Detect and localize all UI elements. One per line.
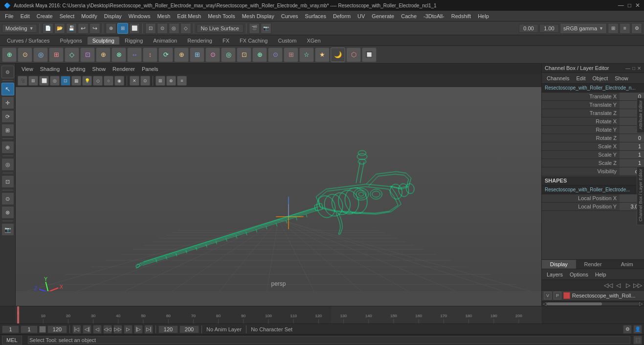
shelf-icon-14[interactable]: ⊙: [205, 47, 220, 62]
menu-cache[interactable]: Cache: [398, 12, 420, 20]
menu-mesh-tools[interactable]: Mesh Tools: [205, 12, 238, 20]
shelf-icon-16[interactable]: ⊡: [237, 47, 251, 62]
shelf-icon-2[interactable]: ⊙: [18, 47, 32, 62]
layer-menu-help[interactable]: Help: [592, 271, 609, 278]
vp-shaded-button[interactable]: ⊡: [61, 76, 70, 86]
layer-icon-1[interactable]: ◁◁: [604, 281, 613, 290]
timeline-slider[interactable]: [39, 326, 46, 333]
layer-scroll-track[interactable]: [547, 302, 639, 305]
shelf-icon-21[interactable]: ★: [315, 47, 330, 62]
next-frame-button[interactable]: |▷: [134, 325, 143, 334]
shelf-tab-curves-surfaces[interactable]: Curves / Surfaces: [2, 37, 54, 45]
shelf-icon-6[interactable]: ⊡: [80, 47, 95, 62]
paint-tool-button[interactable]: ⬜: [129, 23, 140, 34]
menu-generate[interactable]: Generate: [369, 12, 397, 20]
menu-surfaces[interactable]: Surfaces: [302, 12, 329, 20]
shelf-icon-12[interactable]: ⊕: [174, 47, 189, 62]
layer-visibility-button[interactable]: V: [544, 292, 552, 299]
timeline-ruler[interactable]: 1 10 20 30 40 50 60 70 80 90 100 110 120…: [16, 306, 541, 323]
shelf-icon-22[interactable]: 🌙: [331, 47, 345, 62]
vp-menu-lighting[interactable]: Lighting: [64, 65, 89, 73]
shelf-icon-23[interactable]: ⬡: [346, 47, 361, 62]
menu-edit[interactable]: Edit: [18, 12, 33, 20]
shelf-icon-9[interactable]: ↔: [127, 47, 142, 62]
cb-expand-button[interactable]: □: [632, 66, 635, 71]
shelf-icon-10[interactable]: ↕: [143, 47, 157, 62]
menu-edit-mesh[interactable]: Edit Mesh: [174, 12, 204, 20]
vp-camera-button[interactable]: 🎥: [18, 76, 27, 86]
max-end-input[interactable]: [179, 325, 199, 333]
current-frame-input[interactable]: [2, 325, 19, 333]
live-surface-label[interactable]: No Live Surface: [197, 24, 244, 33]
anim-preferences-button[interactable]: ⚙: [623, 325, 632, 334]
move-tool-button[interactable]: ✛: [1, 96, 14, 109]
settings-icon-button[interactable]: ⚙: [1, 66, 14, 78]
vp-smooth-button[interactable]: ◎: [50, 76, 60, 86]
cb-minimize-button[interactable]: —: [625, 66, 630, 71]
char-set-button[interactable]: 👤: [633, 325, 642, 334]
shelf-tab-sculpting[interactable]: Sculpting: [88, 37, 119, 45]
vp-wireframe-button[interactable]: ⬜: [39, 76, 49, 86]
maximize-button[interactable]: □: [628, 2, 631, 9]
menu-uv[interactable]: UV: [355, 12, 368, 20]
menu-redshift[interactable]: Redshift: [448, 12, 474, 20]
anim-end-input[interactable]: [158, 325, 178, 333]
menu-modify[interactable]: Modify: [78, 12, 100, 20]
save-file-button[interactable]: 💾: [66, 23, 77, 34]
snap-point-button[interactable]: ◎: [169, 23, 179, 34]
layer-menu-layers[interactable]: Layers: [544, 271, 566, 278]
vp-grid-button[interactable]: ⊞: [28, 76, 38, 86]
vp-dof-button[interactable]: ◉: [114, 76, 124, 86]
vp-menu-view[interactable]: View: [19, 65, 36, 73]
select-tool-button[interactable]: ⊕: [106, 23, 116, 34]
vp-menu-renderer[interactable]: Renderer: [110, 65, 138, 73]
color-space-selector[interactable]: sRGB gamma ▼: [560, 23, 607, 34]
mode-selector[interactable]: Modeling ▼: [2, 24, 37, 33]
vp-lights-button[interactable]: 💡: [82, 76, 92, 86]
menu-file[interactable]: File: [2, 12, 17, 20]
shelf-icon-3[interactable]: ◎: [33, 47, 48, 62]
shelf-tab-rendering[interactable]: Rendering: [182, 37, 217, 45]
prev-frame-button[interactable]: ◁|: [83, 325, 91, 334]
attribute-editor-side-tab[interactable]: Attribute Editor: [638, 100, 643, 130]
vp-hud-button[interactable]: ≡: [177, 76, 187, 86]
cb-menu-channels[interactable]: Channels: [544, 74, 572, 82]
menu-deform[interactable]: Deform: [330, 12, 354, 20]
render-settings-button[interactable]: 🎬: [249, 23, 260, 34]
camera-tools-button[interactable]: 📷: [1, 223, 14, 236]
vp-menu-panels[interactable]: Panels: [139, 65, 161, 73]
shelf-icon-24[interactable]: 🔲: [362, 47, 377, 62]
layer-scrollbar[interactable]: ◁ ▷: [542, 301, 644, 306]
vp-shadows-button[interactable]: ◇: [93, 76, 103, 86]
menu-help[interactable]: Help: [475, 12, 492, 20]
frame-end-display[interactable]: [47, 325, 67, 333]
layer-icon-4[interactable]: ▷▷: [633, 281, 642, 290]
minimize-button[interactable]: —: [618, 2, 624, 9]
next-key-button[interactable]: ▷: [124, 325, 133, 334]
layer-scroll-right-button[interactable]: ▷: [639, 301, 643, 306]
layer-color-swatch[interactable]: [563, 292, 570, 299]
soft-select-button[interactable]: ◎: [1, 158, 14, 171]
measure-tool-button[interactable]: ⊗: [1, 206, 14, 219]
vp-aa-button[interactable]: ⊕: [166, 76, 176, 86]
cb-tab-display[interactable]: Display: [542, 260, 576, 269]
vp-resolution-button[interactable]: ⊞: [155, 76, 165, 86]
select-mode-button[interactable]: ↖: [1, 83, 14, 95]
shelf-icon-8[interactable]: ⊗: [111, 47, 126, 62]
value1-display[interactable]: 0.00: [519, 24, 538, 33]
menu-mesh-display[interactable]: Mesh Display: [239, 12, 277, 20]
close-button[interactable]: ✕: [635, 2, 640, 9]
cb-tab-render[interactable]: Render: [576, 260, 610, 269]
go-start-button[interactable]: |◁: [72, 325, 81, 334]
shelf-icon-7[interactable]: ⊕: [96, 47, 111, 62]
shelf-icon-17[interactable]: ⊕: [252, 47, 267, 62]
channel-box-toggle[interactable]: ⊞: [608, 23, 619, 34]
universal-manip-button[interactable]: ⊕: [1, 141, 14, 154]
cb-menu-edit[interactable]: Edit: [573, 74, 588, 82]
vp-isolate-button[interactable]: ⊙: [140, 76, 150, 86]
shelf-icon-20[interactable]: ☆: [299, 47, 314, 62]
menu-curves[interactable]: Curves: [278, 12, 301, 20]
play-forward-button[interactable]: ▷▷: [113, 325, 122, 334]
attribute-editor-toggle[interactable]: ≡: [620, 23, 630, 34]
snap-curve-button[interactable]: ⊙: [157, 23, 168, 34]
